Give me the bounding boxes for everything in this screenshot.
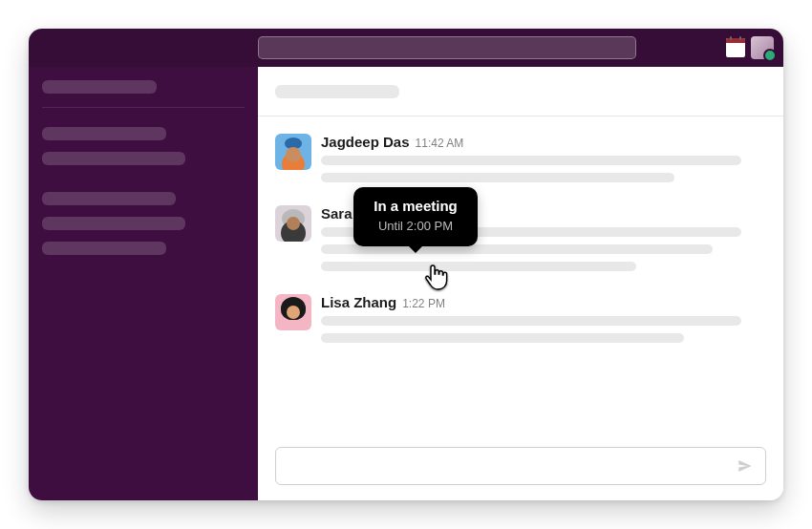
channel-title[interactable] <box>275 85 399 98</box>
sender-name[interactable]: Lisa Zhang <box>321 294 396 310</box>
message: Sara Parras 1:15 PM <box>258 198 783 286</box>
sidebar-item[interactable] <box>42 152 185 165</box>
search-input[interactable] <box>258 36 636 59</box>
sidebar-item[interactable] <box>42 192 176 205</box>
message-list: Jagdeep Das 11:42 AM Sara Parras <box>258 116 783 447</box>
sidebar-item[interactable] <box>42 217 185 230</box>
sender-avatar[interactable] <box>275 294 311 330</box>
message-text <box>321 333 684 343</box>
message-text <box>321 262 636 271</box>
sender-name[interactable]: Jagdeep Das <box>321 134 410 150</box>
sender-avatar[interactable] <box>275 205 311 242</box>
user-avatar[interactable] <box>751 36 774 59</box>
sender-avatar[interactable] <box>275 134 311 170</box>
user-status-icon[interactable] <box>726 38 745 57</box>
message-text <box>321 316 741 326</box>
channel-header <box>258 67 783 116</box>
message-text <box>321 156 741 165</box>
sidebar-header[interactable] <box>42 80 245 108</box>
tooltip-subtitle: Until 2:00 PM <box>371 218 460 235</box>
sidebar <box>29 67 258 500</box>
sidebar-item[interactable] <box>42 242 166 255</box>
message-text <box>321 173 674 182</box>
message: Jagdeep Das 11:42 AM <box>258 126 783 198</box>
message-timestamp: 1:22 PM <box>402 297 445 310</box>
sidebar-item[interactable] <box>42 127 166 140</box>
main-panel: Jagdeep Das 11:42 AM Sara Parras <box>258 67 783 500</box>
workspace: Jagdeep Das 11:42 AM Sara Parras <box>29 67 783 500</box>
message-timestamp: 11:42 AM <box>416 137 464 150</box>
pointer-cursor-icon <box>424 264 449 292</box>
send-icon[interactable] <box>737 457 754 475</box>
status-tooltip: In a meeting Until 2:00 PM <box>353 187 478 246</box>
app-window: Jagdeep Das 11:42 AM Sara Parras <box>29 29 783 500</box>
top-bar <box>29 29 783 67</box>
tooltip-title: In a meeting <box>371 197 460 216</box>
message: Lisa Zhang 1:22 PM <box>258 286 783 358</box>
message-composer[interactable] <box>275 447 766 485</box>
